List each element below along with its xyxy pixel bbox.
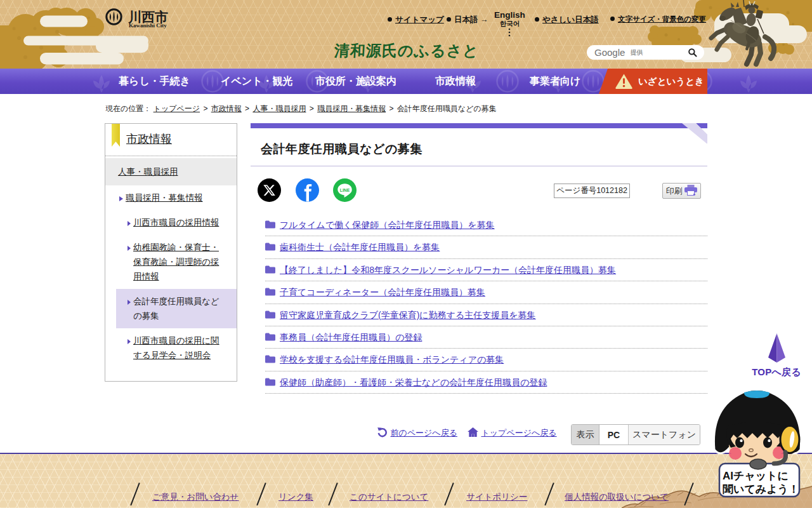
svg-text:聞いてみよう！: 聞いてみよう！ — [723, 483, 799, 495]
svg-text:LINE: LINE — [340, 188, 350, 192]
svg-text:AIチャットに: AIチャットに — [723, 470, 789, 482]
